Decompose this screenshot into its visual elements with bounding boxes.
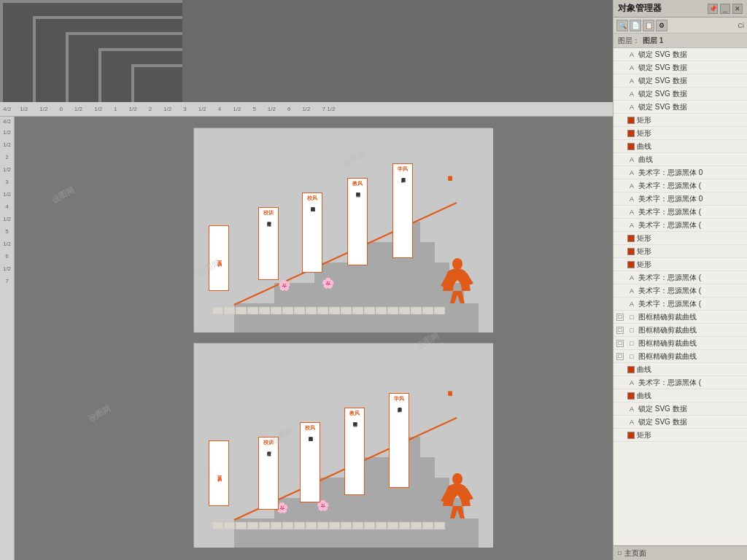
svg-point-1 [452, 473, 462, 485]
panel-list-item[interactable]: 矩形 [614, 258, 747, 271]
banner-sign-jiaxun-bottom: 校训 自尊自理自立自 [258, 437, 279, 510]
footer-expand: □ [618, 550, 622, 556]
svg-point-0 [452, 258, 462, 270]
lotus-top2: 🌸 [322, 277, 334, 289]
panel-list-item[interactable]: 矩形 [614, 127, 747, 140]
panel-list-item[interactable]: 矩形 [614, 232, 747, 245]
panel-list-item[interactable]: A美术字：思源黑体 ( [614, 271, 747, 284]
panel-list-item[interactable]: 曲线 [614, 389, 747, 402]
panel-list-item[interactable]: A锁定 SVG 数据 [614, 48, 747, 61]
design-card-top: 文字转曲 一训三风 校训 自尊自理自立自强 校风 诚信励志拼搏奉献 教风 科学严… [193, 128, 492, 332]
left-sign-bottom: 一训三风 [209, 440, 229, 506]
toolbar-icon-4[interactable]: ⚙ [656, 20, 667, 31]
panel-list[interactable]: A锁定 SVG 数据A锁定 SVG 数据A锁定 SVG 数据A锁定 SVG 数据… [614, 48, 747, 545]
lotus-top: 🌸 [278, 279, 290, 291]
canvas-area[interactable]: 设图网 设图网 设图网 设图网 设图网 设图网 文字转曲 一训三风 校训 自尊自… [15, 117, 613, 560]
panel-list-item[interactable]: □□图框精确剪裁曲线 [614, 350, 747, 363]
banner-sign-xuefeng-top: 学风 乐学多思探索求新 [392, 163, 413, 258]
panel-list-item[interactable]: □□图框精确剪裁曲线 [614, 337, 747, 350]
watermark: 设图网 [86, 403, 112, 424]
toolbar-icon-3[interactable]: 📋 [643, 20, 654, 31]
right-text-bottom: 书香校园为社会 [444, 358, 455, 416]
banner-sign-jiaofeng-top: 教风 科学严谨民主和谐 [347, 178, 368, 265]
layer-label: 图层： [618, 36, 640, 46]
panel-list-item[interactable]: A美术字：思源黑体 0 [614, 166, 747, 179]
panel-annotation: Ci [738, 22, 745, 29]
panel-list-item[interactable]: A锁定 SVG 数据 [614, 88, 747, 101]
panel-list-item[interactable]: 矩形 [614, 245, 747, 258]
panel-toolbar: 🔍 📄 📋 ⚙ Ci [614, 18, 747, 34]
panel-list-item[interactable]: 矩形 [614, 114, 747, 127]
panel-list-item[interactable]: A美术字：思源黑体 ( [614, 206, 747, 219]
toolbar-icon-1[interactable]: 🔍 [616, 20, 628, 31]
object-manager-panel: 对象管理器 📌 _ ✕ 🔍 📄 📋 ⚙ Ci 图层： 图层 1 A锁定 SVG … [613, 0, 747, 560]
left-sign-top: 一训三风 [209, 225, 229, 291]
panel-list-item[interactable]: A锁定 SVG 数据 [614, 74, 747, 88]
panel-list-item[interactable]: A曲线 [614, 153, 747, 166]
panel-list-item[interactable]: 矩形 [614, 429, 747, 442]
banner-sign-jiaofeng-bottom: 教风 科学严谨民主和谐 [344, 408, 365, 495]
panel-list-item[interactable]: □□图框精确剪裁曲线 [614, 311, 747, 324]
panel-list-item[interactable]: A美术字：思源黑体 ( [614, 179, 747, 192]
figure-bottom [437, 473, 477, 521]
panel-footer: □ 主页面 [614, 545, 747, 560]
panel-list-item[interactable]: A美术字：思源黑体 ( [614, 298, 747, 311]
panel-list-item[interactable]: A美术字：思源黑体 0 [614, 192, 747, 206]
layer-info: 图层： 图层 1 [614, 34, 747, 48]
panel-title: 对象管理器 [618, 2, 662, 15]
top-stair-decoration [0, 0, 182, 102]
design-card-bottom: 文字未转曲 一训三风 校训 自尊自理自立自 校风 诚信励志拼搏奉献 教风 科学严… [193, 343, 492, 547]
panel-list-item[interactable]: A美术字：思源黑体 ( [614, 219, 747, 232]
panel-minimize-button[interactable]: _ [720, 4, 730, 14]
horizontal-ruler: 4/2 1/2 1/2 0 1/2 1/2 1 1/2 2 1/2 3 1/2 … [0, 102, 613, 117]
layer-value: 图层 1 [643, 36, 663, 46]
vertical-ruler: 4/2 1/2 1/2 2 1/2 3 1/2 4 1/2 5 1/2 6 1/… [0, 117, 15, 560]
panel-list-item[interactable]: 曲线 [614, 140, 747, 153]
banner-sign-jiaxun-top: 校训 自尊自理自立自强 [258, 207, 279, 280]
panel-list-item[interactable]: □□图框精确剪裁曲线 [614, 324, 747, 337]
panel-list-item[interactable]: A锁定 SVG 数据 [614, 61, 747, 74]
banner-sign-xiaofeng-bottom: 校风 诚信励志拼搏奉献 [300, 422, 320, 502]
right-text-top: 书香校园为社会 [444, 143, 455, 201]
watermark: 设图网 [50, 184, 76, 206]
panel-header: 对象管理器 📌 _ ✕ [614, 0, 747, 18]
banner-sign-xuefeng-bottom: 学风 乐学多思探索求新 [389, 393, 409, 488]
panel-close-button[interactable]: ✕ [732, 4, 743, 14]
panel-controls[interactable]: 📌 _ ✕ [708, 4, 743, 14]
toolbar-icon-2[interactable]: 📄 [630, 20, 641, 31]
panel-list-item[interactable]: A锁定 SVG 数据 [614, 416, 747, 429]
panel-list-item[interactable]: A美术字：思源黑体 ( [614, 284, 747, 298]
panel-list-item[interactable]: A锁定 SVG 数据 [614, 402, 747, 416]
figure-top [437, 258, 477, 306]
panel-list-item[interactable]: 曲线 [614, 363, 747, 376]
panel-list-item[interactable]: A美术字：思源黑体 ( [614, 376, 747, 389]
panel-list-item[interactable]: A锁定 SVG 数据 [614, 101, 747, 114]
banner-sign-xiaofeng-top: 校风 诚信励志拼搏奉献 [302, 192, 322, 273]
panel-pin-button[interactable]: 📌 [708, 4, 718, 14]
footer-page: 主页面 [624, 548, 646, 559]
